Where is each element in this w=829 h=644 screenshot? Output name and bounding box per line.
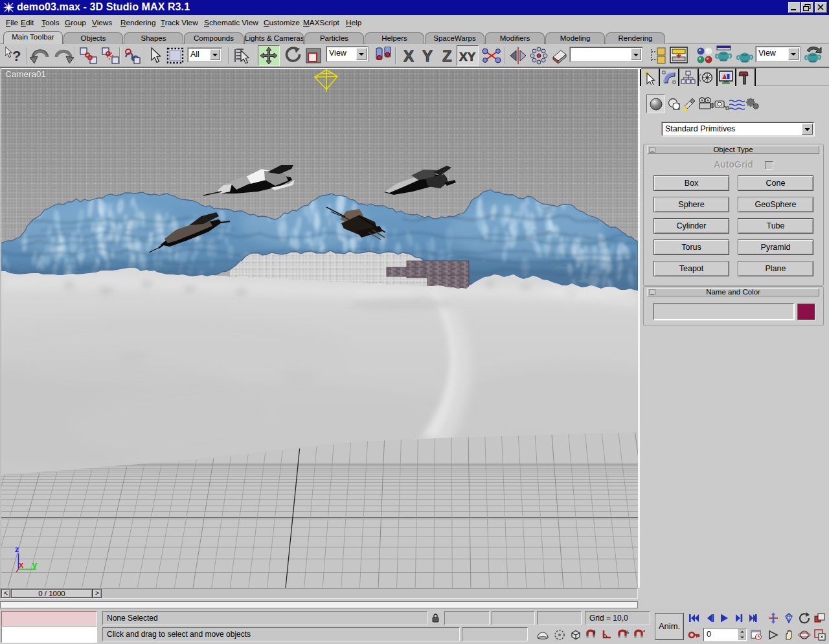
svg-text:Y: Y bbox=[422, 47, 433, 65]
svg-text:X: X bbox=[403, 47, 414, 65]
svg-text:x: x bbox=[19, 560, 24, 570]
svg-text:y: y bbox=[32, 560, 38, 570]
svg-text:XY: XY bbox=[459, 50, 476, 63]
svg-text:?: ? bbox=[12, 48, 21, 64]
svg-text:%: % bbox=[624, 629, 629, 635]
svg-text:Camera01: Camera01 bbox=[5, 69, 46, 79]
svg-text:z: z bbox=[15, 544, 19, 554]
svg-text:Z: Z bbox=[442, 47, 452, 65]
svg-text:3: 3 bbox=[593, 629, 596, 635]
